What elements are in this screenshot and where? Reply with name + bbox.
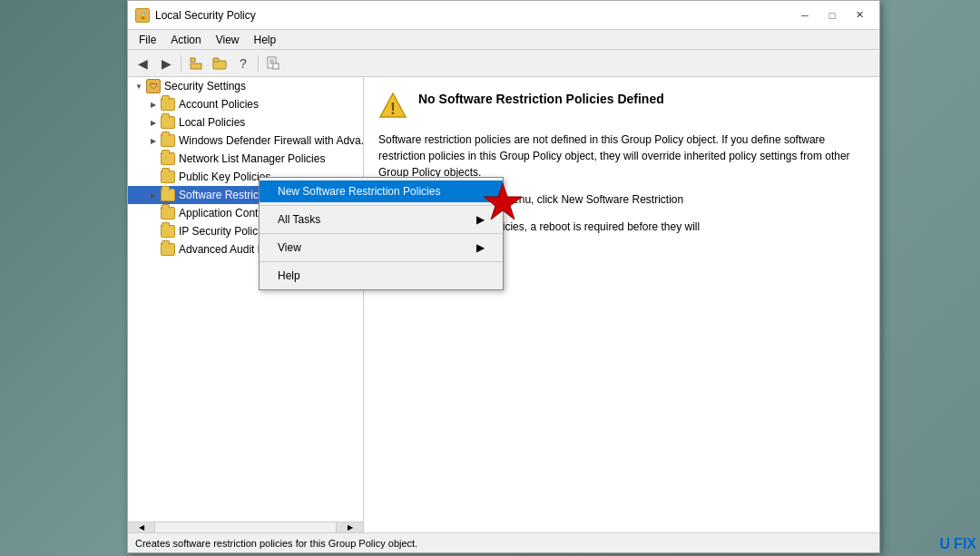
- tree-item-security-settings[interactable]: ▼ 🛡 Security Settings: [128, 77, 363, 95]
- tree-item-windows-defender[interactable]: ▶ Windows Defender Firewall with Adva...: [128, 132, 363, 150]
- ctx-label-help: Help: [278, 269, 300, 282]
- ctx-submenu-arrow-tasks: ▶: [476, 213, 485, 226]
- folder-icon-software: [161, 188, 175, 202]
- info-paragraph-1: Software restriction policies are not de…: [378, 132, 865, 180]
- properties-button[interactable]: [262, 54, 284, 73]
- title-bar: 🔒 Local Security Policy ─ □ ✕: [128, 1, 879, 30]
- folder-icon-account: [161, 97, 175, 112]
- tree-label-security-settings: Security Settings: [164, 80, 246, 93]
- folder-icon-advanced-audit: [161, 242, 175, 257]
- folder-icon-local: [161, 115, 175, 130]
- window-icon: 🔒: [135, 8, 150, 23]
- ctx-separator-2: [260, 233, 503, 234]
- back-button[interactable]: ◀: [132, 54, 153, 73]
- label-fix[interactable]: FIX: [954, 536, 976, 552]
- ctx-label-view: View: [278, 241, 301, 254]
- tree-panel[interactable]: ▼ 🛡 Security Settings ▶ Account Policies: [128, 77, 364, 532]
- forward-button[interactable]: ▶: [155, 54, 177, 73]
- folder-icon-network: [161, 151, 175, 166]
- menu-bar: File Action View Help: [128, 30, 879, 50]
- ctx-label-tasks: All Tasks: [278, 213, 320, 226]
- svg-rect-3: [213, 58, 219, 62]
- toolbar-separator-2: [258, 55, 259, 72]
- ctx-submenu-arrow-view: ▶: [476, 241, 485, 254]
- close-button[interactable]: ✕: [847, 6, 872, 24]
- tree-label-account-policies: Account Policies: [179, 98, 259, 111]
- info-header: ! No Software Restriction Policies Defin…: [378, 92, 865, 121]
- ctx-all-tasks[interactable]: All Tasks ▶: [260, 209, 503, 230]
- warning-icon: !: [378, 92, 407, 121]
- ctx-separator-1: [260, 205, 503, 206]
- label-u[interactable]: U: [940, 536, 951, 552]
- ctx-new-software-restriction[interactable]: New Software Restriction Policies: [260, 180, 503, 202]
- toolbar: ◀ ▶ ?: [128, 50, 879, 77]
- folder-icon-security: 🛡: [146, 79, 161, 93]
- up-button[interactable]: [185, 54, 207, 73]
- maximize-button[interactable]: □: [819, 6, 845, 24]
- folder-button[interactable]: [209, 54, 230, 73]
- toolbar-separator-1: [181, 55, 181, 72]
- menu-view[interactable]: View: [209, 32, 247, 48]
- window-title: Local Security Policy: [155, 9, 792, 22]
- context-menu: New Software Restriction Policies All Ta…: [259, 177, 504, 290]
- tree-label-windows-defender: Windows Defender Firewall with Adva...: [179, 134, 364, 147]
- expander-account-policies[interactable]: ▶: [146, 97, 161, 112]
- folder-icon-ip-security: [161, 224, 175, 239]
- svg-text:!: !: [390, 100, 396, 118]
- expander-security-settings[interactable]: ▼: [132, 79, 146, 93]
- security-settings-icon: 🛡: [146, 79, 161, 93]
- folder-icon-defender: [161, 133, 175, 148]
- folder-icon-public-key: [161, 170, 175, 184]
- main-window: 🔒 Local Security Policy ─ □ ✕ File Actio…: [127, 0, 880, 553]
- tree-label-local-policies: Local Policies: [179, 116, 245, 129]
- no-policy-title: No Software Restriction Policies Defined: [418, 92, 664, 106]
- status-text: Creates software restriction policies fo…: [135, 538, 417, 549]
- ctx-view[interactable]: View ▶: [260, 237, 503, 258]
- desktop: 🔒 Local Security Policy ─ □ ✕ File Actio…: [0, 0, 980, 556]
- content-area: ▼ 🛡 Security Settings ▶ Account Policies: [128, 77, 879, 532]
- right-panel: ! No Software Restriction Policies Defin…: [364, 77, 879, 532]
- ctx-label-new: New Software Restriction Policies: [278, 185, 440, 198]
- menu-help[interactable]: Help: [247, 32, 284, 48]
- tree-item-account-policies[interactable]: ▶ Account Policies: [128, 95, 363, 113]
- info-title-text: No Software Restriction Policies Defined: [418, 92, 664, 110]
- tree-item-local-policies[interactable]: ▶ Local Policies: [128, 113, 363, 132]
- tree-label-public-key: Public Key Policies: [179, 171, 270, 183]
- ctx-separator-3: [260, 261, 503, 262]
- svg-rect-0: [191, 63, 201, 69]
- minimize-button[interactable]: ─: [792, 6, 818, 24]
- folder-icon-app-control: [161, 206, 175, 220]
- menu-action[interactable]: Action: [163, 32, 208, 48]
- svg-rect-1: [191, 58, 195, 62]
- status-bar: Creates software restriction policies fo…: [128, 532, 879, 552]
- expander-software-restriction[interactable]: ▶: [146, 188, 161, 202]
- tree-label-network-list: Network List Manager Policies: [179, 152, 325, 165]
- menu-file[interactable]: File: [132, 32, 163, 48]
- ctx-help[interactable]: Help: [260, 265, 503, 287]
- window-controls: ─ □ ✕: [792, 6, 872, 24]
- bottom-right-labels: U FIX: [936, 532, 980, 556]
- tree-item-network-list[interactable]: ▶ Network List Manager Policies: [128, 150, 363, 168]
- help-button[interactable]: ?: [232, 54, 254, 73]
- expander-local-policies[interactable]: ▶: [146, 115, 161, 130]
- expander-windows-defender[interactable]: ▶: [146, 133, 161, 148]
- svg-rect-8: [273, 63, 279, 69]
